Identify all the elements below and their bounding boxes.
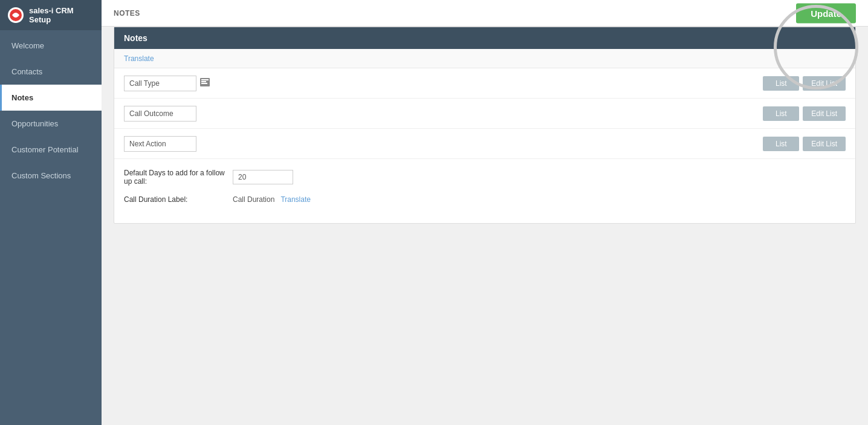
card-title: Notes bbox=[124, 33, 147, 43]
default-days-row: Default Days to add for a follow up call… bbox=[124, 169, 846, 186]
sidebar-item-notes[interactable]: Notes bbox=[0, 85, 102, 111]
sidebar-item-label: Customer Potential bbox=[11, 145, 79, 154]
sidebar-nav: Welcome Contacts Notes Opportunities Cus… bbox=[0, 33, 102, 189]
next-action-actions: List Edit List bbox=[763, 137, 846, 151]
notes-card: Notes Translate Call Type bbox=[114, 27, 856, 224]
call-outcome-label: Call Outcome bbox=[124, 106, 196, 122]
sidebar-item-label: Custom Sections bbox=[11, 171, 71, 180]
sidebar-item-customer-potential[interactable]: Customer Potential bbox=[0, 137, 102, 163]
call-outcome-list-button[interactable]: List bbox=[763, 106, 799, 121]
default-days-label: Default Days to add for a follow up call… bbox=[124, 169, 233, 186]
section-label: NOTES bbox=[114, 9, 140, 18]
call-type-label: Call Type bbox=[124, 76, 196, 91]
update-button[interactable]: Update bbox=[796, 3, 856, 23]
field-label-wrap-call-type: Call Type bbox=[124, 76, 245, 91]
sidebar-logo: sales-i CRM Setup bbox=[0, 0, 102, 30]
sidebar-item-label: Opportunities bbox=[11, 119, 58, 128]
call-outcome-actions: List Edit List bbox=[763, 106, 846, 121]
call-type-edit-list-button[interactable]: Edit List bbox=[803, 76, 846, 91]
sidebar-item-welcome[interactable]: Welcome bbox=[0, 33, 102, 59]
field-row-next-action: Next Action List Edit List bbox=[114, 129, 855, 159]
call-outcome-edit-list-button[interactable]: Edit List bbox=[803, 106, 846, 121]
translate-link[interactable]: Translate bbox=[124, 54, 154, 63]
next-action-list-button[interactable]: List bbox=[763, 137, 799, 151]
card-body: Translate Call Type bbox=[114, 49, 855, 223]
card-header: Notes bbox=[114, 27, 855, 49]
content-area: Notes Translate Call Type bbox=[102, 27, 868, 425]
field-label-wrap-next-action: Next Action bbox=[124, 136, 245, 152]
translate-row: Translate bbox=[114, 49, 855, 68]
sidebar-item-contacts[interactable]: Contacts bbox=[0, 59, 102, 85]
next-action-edit-list-button[interactable]: Edit List bbox=[803, 137, 846, 151]
sidebar-item-label: Contacts bbox=[11, 67, 42, 76]
default-days-input[interactable] bbox=[233, 170, 293, 184]
extra-fields-section: Default Days to add for a follow up call… bbox=[114, 159, 855, 223]
call-duration-translate-link[interactable]: Translate bbox=[280, 195, 311, 204]
call-type-icon bbox=[200, 78, 210, 88]
update-btn-wrap: Update bbox=[796, 3, 856, 23]
logo-text: sales-i CRM Setup bbox=[29, 6, 94, 24]
call-duration-value: Call Duration bbox=[233, 195, 274, 204]
svg-rect-4 bbox=[201, 81, 206, 82]
call-type-list-button[interactable]: List bbox=[763, 76, 799, 91]
field-row-call-outcome: Call Outcome List Edit List bbox=[114, 99, 855, 129]
sidebar-item-custom-sections[interactable]: Custom Sections bbox=[0, 163, 102, 189]
next-action-label: Next Action bbox=[124, 136, 196, 152]
sidebar-item-label: Welcome bbox=[11, 41, 44, 50]
field-row-call-type: Call Type List Edit List bbox=[114, 68, 855, 99]
sidebar-item-label: Notes bbox=[11, 93, 33, 102]
svg-rect-5 bbox=[201, 83, 207, 84]
svg-rect-3 bbox=[201, 79, 209, 80]
call-duration-row: Call Duration Label: Call Duration Trans… bbox=[124, 195, 846, 204]
call-type-actions: List Edit List bbox=[763, 76, 846, 91]
main-content: NOTES Update Notes Translate Call Type bbox=[102, 0, 868, 425]
sidebar-item-opportunities[interactable]: Opportunities bbox=[0, 111, 102, 137]
topbar: NOTES Update bbox=[102, 0, 868, 27]
sidebar: sales-i CRM Setup Welcome Contacts Notes… bbox=[0, 0, 102, 425]
call-duration-label: Call Duration Label: bbox=[124, 195, 233, 204]
logo-icon bbox=[7, 7, 24, 24]
field-label-wrap-call-outcome: Call Outcome bbox=[124, 106, 245, 122]
